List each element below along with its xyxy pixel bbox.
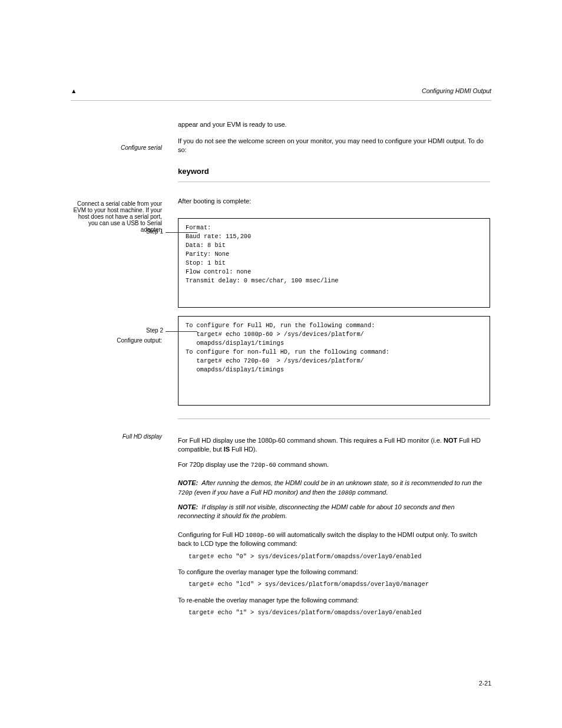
page-number: 2-21 bbox=[479, 680, 491, 687]
fhd-p1-post: Full HD). bbox=[230, 446, 257, 453]
margin-label-full-hd: Full HD display bbox=[71, 433, 162, 440]
note-3-pre: Configuring for Full HD bbox=[178, 531, 246, 538]
note-1-pre: After running the demos, the HDMI could … bbox=[201, 479, 482, 486]
page-section-title: Configuring HDMI Output bbox=[422, 87, 491, 94]
section-lead-text: After booting is complete: bbox=[178, 197, 490, 206]
fhd-p1-b2: IS bbox=[224, 446, 230, 453]
note-4: To configure the overlay manager type th… bbox=[178, 568, 490, 577]
margin-label-configure-serial: Configure serial bbox=[71, 144, 162, 151]
note-1-mono: 720p bbox=[178, 489, 193, 496]
intro-paragraph: If you do not see the welcome screen on … bbox=[178, 137, 490, 155]
note-3-mono: 1080p-60 bbox=[246, 532, 275, 539]
fhd-p1-pre: For Full HD display use the 1080p-60 com… bbox=[178, 437, 444, 444]
fhd-p2-mono: 720p-60 bbox=[251, 462, 276, 469]
note-label-2: NOTE: bbox=[178, 503, 198, 510]
note-1-mono2: 1080p bbox=[338, 489, 356, 496]
header-rule bbox=[71, 100, 491, 101]
note-1-mid: (even if you have a Full HD monitor) and… bbox=[193, 489, 338, 496]
step-2-code: To configure for Full HD, run the follow… bbox=[178, 316, 490, 406]
full-hd-block: For Full HD display use the 1080p-60 com… bbox=[178, 436, 490, 617]
section-rule bbox=[178, 182, 490, 182]
note-label-1: NOTE: bbox=[178, 479, 198, 486]
intro-line: appear and your EVM is ready to use. bbox=[178, 120, 490, 129]
step-1-label: Step 1 bbox=[131, 228, 163, 235]
margin-label-step2-text: Configure output: bbox=[71, 318, 162, 344]
fhd-p2-pre: For 720p display use the bbox=[178, 461, 251, 468]
step-1-code: Format: Baud rate: 115,200 Data: 8 bit P… bbox=[178, 218, 490, 308]
breadcrumb-caret: ▲ bbox=[71, 87, 77, 94]
note-1-post: command. bbox=[356, 489, 388, 496]
note-5: To re-enable the overlay manager type th… bbox=[178, 596, 490, 605]
fhd-p1-b1: NOT bbox=[444, 437, 457, 444]
note-2: If display is still not visible, disconn… bbox=[178, 503, 455, 519]
cmd-4: target# echo "lcd" > sys/devices/platfor… bbox=[189, 580, 490, 588]
fhd-p2-post: command shown. bbox=[276, 461, 329, 468]
subsection-rule bbox=[178, 419, 490, 419]
cmd-5: target# echo "1" > sys/devices/platform/… bbox=[189, 608, 490, 617]
cmd-3: target# echo "0" > sys/devices/platform/… bbox=[189, 552, 490, 561]
section-heading-keyword: keyword bbox=[178, 167, 490, 176]
